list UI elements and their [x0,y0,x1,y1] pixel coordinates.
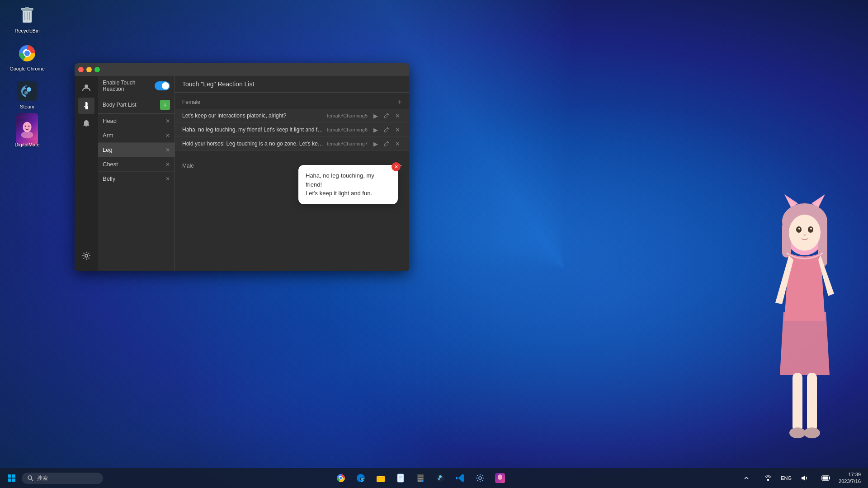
svg-rect-59 [418,478,420,479]
svg-rect-6 [25,7,29,9]
body-part-head-label: Head [103,117,117,124]
sidebar-bell-icon[interactable] [78,116,94,132]
svg-point-9 [24,51,30,56]
body-part-panel: Enable Touch Reaction Body Part List + H… [98,76,175,271]
female-reaction-1-edit[interactable] [382,111,391,120]
content-header: Touch "Leg" Reaction List [175,76,409,93]
taskbar-center [103,469,737,487]
body-part-head[interactable]: Head ✕ [98,114,175,128]
svg-point-34 [796,226,802,233]
taskbar-vscode[interactable] [451,469,469,487]
svg-rect-64 [421,480,423,482]
svg-point-33 [789,215,821,251]
svg-point-42 [804,427,820,438]
body-part-belly[interactable]: Belly ✕ [98,172,175,186]
svg-point-16 [25,126,26,127]
female-reaction-2-delete[interactable]: ✕ [393,125,402,134]
body-part-list: Head ✕ Arm ✕ Leg ✕ Chest ✕ Belly ✕ [98,114,175,271]
tooltip-text-line2: Let's keep it light and fun. [306,190,372,197]
volume-icon[interactable] [795,469,813,487]
svg-rect-74 [823,477,828,480]
sidebar-settings-icon[interactable] [78,248,94,264]
network-icon[interactable] [759,469,777,487]
maximize-button[interactable] [94,67,100,72]
female-reaction-3-play[interactable]: ▶ [371,139,380,148]
female-reaction-1-voice: female\Charming5 [327,113,368,118]
female-reaction-3-edit[interactable] [382,139,391,148]
body-part-chest[interactable]: Chest ✕ [98,157,175,172]
svg-rect-71 [767,479,769,481]
taskbar-search[interactable]: 搜索 [22,473,103,484]
body-part-header-label: Body Part List [103,102,137,108]
close-button[interactable] [78,67,84,72]
svg-point-37 [810,228,812,230]
taskbar-explorer[interactable] [372,469,390,487]
taskbar-settings[interactable] [471,469,489,487]
svg-point-70 [498,474,502,480]
body-part-chest-remove[interactable]: ✕ [165,161,170,168]
body-part-header: Body Part List + [98,96,175,114]
body-part-belly-label: Belly [103,175,115,182]
svg-rect-46 [12,479,15,482]
body-part-chest-label: Chest [103,161,118,168]
body-part-arm[interactable]: Arm ✕ [98,128,175,143]
svg-rect-40 [807,373,817,432]
taskbar-edge[interactable] [352,469,370,487]
start-button[interactable] [4,470,20,486]
svg-rect-53 [397,474,404,482]
taskbar-date: 2023/7/16 [839,478,861,485]
add-body-part-button[interactable]: + [160,100,170,110]
svg-point-17 [28,126,29,127]
female-reaction-2-edit[interactable] [382,125,391,134]
steam-icon[interactable]: Steam [9,80,45,109]
taskbar-datetime[interactable]: 17:39 2023/7/16 [839,471,861,485]
enable-toggle[interactable] [155,81,170,90]
svg-point-67 [438,478,440,480]
tooltip-text-line1: Haha, no leg-touching, my friend! [306,172,374,188]
tooltip-close-button[interactable]: ✕ [392,162,401,171]
female-reaction-1-play[interactable]: ▶ [371,111,380,120]
svg-point-15 [21,131,33,138]
female-reaction-3-delete[interactable]: ✕ [393,139,402,148]
sidebar [75,76,98,271]
female-reaction-section: Female + Let's keep our interactions pla… [175,93,409,155]
body-part-head-remove[interactable]: ✕ [165,118,170,124]
chevron-up-icon [744,475,749,481]
svg-point-36 [798,228,800,230]
svg-point-38 [803,234,806,236]
female-reaction-3-actions: ▶ ✕ [371,139,402,148]
svg-point-51 [340,477,342,479]
svg-rect-39 [793,373,802,432]
taskbar-calculator[interactable] [411,469,429,487]
female-reaction-3: Hold your horses! Leg-touching is a no-g… [175,137,409,151]
taskbar-notepad[interactable] [392,469,410,487]
digitalmate-icon[interactable]: DigitalMate [9,118,45,147]
female-reaction-1-delete[interactable]: ✕ [393,111,402,120]
body-part-arm-remove[interactable]: ✕ [165,132,170,139]
female-reaction-3-text: Hold your horses! Leg-touching is a no-g… [182,141,323,147]
svg-rect-58 [418,475,423,477]
taskbar-steam[interactable] [431,469,449,487]
body-part-leg-remove[interactable]: ✕ [165,147,170,153]
battery-icon[interactable] [817,469,835,487]
recycle-bin-icon[interactable]: RecycleBin [9,5,45,33]
female-reaction-3-voice: female\Charming7 [327,141,368,146]
body-part-leg[interactable]: Leg ✕ [98,143,175,157]
tooltip-bubble: ✕ Haha, no leg-touching, my friend! Let'… [298,165,398,204]
female-reaction-1-text: Let's keep our interactions platonic, al… [182,113,323,119]
taskbar-digitalmate[interactable] [491,469,509,487]
svg-rect-2 [22,9,33,11]
taskbar-chrome[interactable] [332,469,350,487]
female-add-reaction-button[interactable]: + [398,98,402,106]
google-chrome-icon[interactable]: Google Chrome [9,42,45,71]
search-icon [27,475,33,481]
minimize-button[interactable] [86,67,92,72]
taskbar-chevron[interactable] [737,469,755,487]
sidebar-avatar-icon[interactable] [78,80,94,96]
svg-rect-52 [377,476,385,482]
character-svg [748,176,861,470]
sidebar-touch-icon[interactable] [78,98,94,114]
female-section-header: Female + [175,96,409,109]
female-reaction-2-play[interactable]: ▶ [371,125,380,134]
body-part-belly-remove[interactable]: ✕ [165,176,170,182]
